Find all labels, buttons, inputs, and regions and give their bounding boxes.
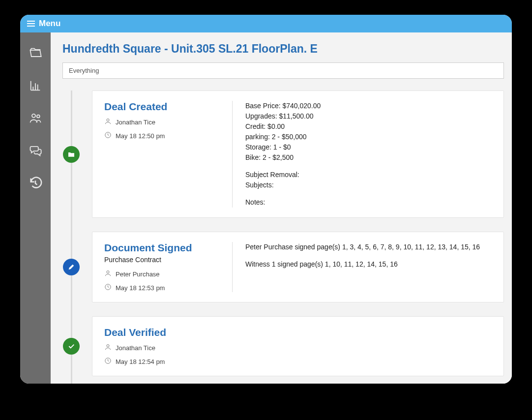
menu-icon[interactable] (27, 21, 35, 27)
detail-line: Upgrades: $11,500.00 (245, 111, 492, 121)
detail-line: Bike: 2 - $2,500 (245, 152, 492, 163)
sidebar-item-people[interactable] (20, 104, 51, 132)
app-body: Hundredth Square - Unit.305 SL.21 FloorP… (20, 32, 512, 384)
clock-icon (104, 131, 112, 140)
timeline-item: Deal VerifiedJonathan TiceMay 18 12:54 p… (92, 316, 504, 376)
detail-line: Base Price: $740,020.00 (245, 101, 492, 111)
filter-input[interactable] (62, 62, 504, 79)
page-title: Hundredth Square - Unit.305 SL.21 FloorP… (62, 42, 504, 56)
timeline-dot (63, 259, 80, 275)
detail-line: Notes: (245, 197, 492, 208)
timeline-item-time: May 18 12:50 pm (104, 131, 217, 140)
timeline-item-user: Peter Purchase (104, 270, 217, 278)
svg-point-2 (107, 119, 109, 121)
timeline-item-time: May 18 12:53 pm (104, 283, 217, 292)
svg-point-4 (107, 271, 109, 273)
sidebar-item-folder[interactable] (20, 39, 51, 67)
timeline-item-time: May 18 12:54 pm (104, 357, 217, 366)
timeline-item-user: Jonathan Tice (104, 343, 217, 352)
clock-icon (104, 283, 112, 292)
titlebar[interactable]: Menu (20, 15, 512, 32)
sidebar-item-chat[interactable] (20, 137, 51, 164)
timeline-item: Document SignedPurchase ContractPeter Pu… (92, 232, 504, 302)
detail-line: Credit: $0.00 (245, 121, 492, 132)
timeline-item-title[interactable]: Deal Verified (104, 327, 217, 338)
detail-line: Witness 1 signed page(s) 1, 10, 11, 12, … (245, 259, 492, 270)
timeline-item-details: Base Price: $740,020.00Upgrades: $11,500… (232, 101, 492, 208)
timeline: Deal CreatedJonathan TiceMay 18 12:50 pm… (77, 90, 504, 376)
main-content: Hundredth Square - Unit.305 SL.21 FloorP… (51, 32, 512, 384)
detail-line: Peter Purchase signed page(s) 1, 3, 4, 5… (245, 242, 492, 252)
detail-line: Storage: 1 - $0 (245, 142, 492, 152)
timeline-item-meta: Deal CreatedJonathan TiceMay 18 12:50 pm (104, 101, 217, 208)
timeline-item-meta: Document SignedPurchase ContractPeter Pu… (104, 242, 217, 292)
history-icon (29, 176, 42, 190)
bar-chart-icon (29, 79, 42, 92)
sidebar-item-history[interactable] (20, 169, 51, 197)
svg-point-1 (37, 115, 40, 118)
timeline-item-title[interactable]: Document Signed (104, 242, 217, 254)
detail-line: Subjects: (245, 180, 492, 190)
users-icon (29, 111, 42, 125)
timeline-item-title[interactable]: Deal Created (104, 101, 217, 113)
sidebar-item-reports[interactable] (20, 72, 51, 99)
app-window: Menu Hundredth Square - Unit.305 SL.21 F… (20, 15, 512, 384)
detail-line: parking: 2 - $50,000 (245, 132, 492, 142)
user-icon (104, 270, 112, 278)
sidebar (20, 32, 51, 384)
folder-open-icon (29, 46, 42, 60)
timeline-dot (63, 146, 80, 163)
timeline-item-user: Jonathan Tice (104, 118, 217, 126)
svg-point-0 (32, 114, 35, 118)
timeline-item-details: Peter Purchase signed page(s) 1, 3, 4, 5… (232, 242, 492, 292)
timeline-dot (63, 338, 80, 355)
timeline-item-meta: Deal VerifiedJonathan TiceMay 18 12:54 p… (104, 327, 217, 366)
detail-line: Subject Removal: (245, 170, 492, 180)
user-icon (104, 343, 112, 352)
timeline-item-subtitle: Purchase Contract (104, 256, 217, 264)
chat-icon (29, 144, 42, 157)
clock-icon (104, 357, 112, 366)
titlebar-label: Menu (39, 19, 60, 29)
timeline-item: Deal CreatedJonathan TiceMay 18 12:50 pm… (92, 90, 504, 218)
user-icon (104, 118, 112, 126)
svg-point-6 (107, 345, 109, 347)
